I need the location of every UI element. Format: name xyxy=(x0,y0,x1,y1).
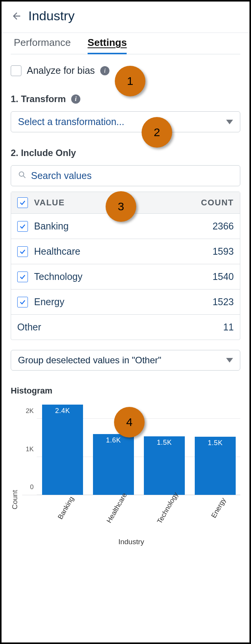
chart-bar-label: 1.6K xyxy=(106,436,121,444)
ytick: 0 xyxy=(22,483,34,491)
chart-bar: 2.4K xyxy=(42,405,83,495)
chart-bar: 1.6K xyxy=(93,434,134,495)
row-value: Healthcare xyxy=(34,246,212,257)
transform-title: 1. Transform xyxy=(11,94,66,104)
row-checkbox[interactable] xyxy=(17,246,28,257)
header: Industry xyxy=(11,2,240,33)
page-title: Industry xyxy=(28,8,75,23)
row-value: Other xyxy=(17,322,223,333)
row-value: Technology xyxy=(34,271,212,282)
transform-select[interactable]: Select a transformation... xyxy=(11,111,240,132)
row-count: 1540 xyxy=(212,271,234,282)
row-count: 1523 xyxy=(212,296,234,307)
row-checkbox[interactable] xyxy=(17,221,28,232)
tab-performance[interactable]: Performance xyxy=(14,33,71,54)
table-row: Technology 1540 xyxy=(11,264,240,289)
annotation-marker: 3 xyxy=(106,191,136,222)
svg-point-0 xyxy=(19,172,24,176)
tabs: Performance Settings xyxy=(11,33,240,54)
annotation-marker: 1 xyxy=(115,66,145,96)
ytick: 1K xyxy=(22,446,34,453)
tab-settings[interactable]: Settings xyxy=(88,33,127,54)
row-value: Energy xyxy=(34,296,212,307)
row-count: 1593 xyxy=(212,246,234,257)
row-value: Banking xyxy=(34,221,212,232)
annotation-marker: 2 xyxy=(142,117,172,148)
table-row: Healthcare 1593 xyxy=(11,239,240,264)
back-arrow-icon[interactable] xyxy=(11,11,21,21)
select-all-checkbox[interactable] xyxy=(17,197,28,208)
chevron-down-icon xyxy=(226,358,233,363)
col-count: COUNT xyxy=(201,198,234,208)
search-values-box[interactable] xyxy=(11,165,240,186)
analyze-bias-checkbox[interactable] xyxy=(11,65,21,76)
chart-bar-label: 1.5K xyxy=(208,439,223,447)
include-only-section: 2. Include Only VALUE COUNT Banking 2366… xyxy=(11,148,240,371)
row-count: 11 xyxy=(223,322,234,333)
search-input[interactable] xyxy=(31,170,233,181)
transform-section: 1. Transform i Select a transformation..… xyxy=(11,94,240,132)
info-icon[interactable]: i xyxy=(100,66,109,75)
histogram-title: Histogram xyxy=(11,386,240,396)
group-select-label: Group deselected values in "Other" xyxy=(18,355,161,366)
transform-select-placeholder: Select a transformation... xyxy=(18,116,124,127)
annotation-marker: 4 xyxy=(114,407,145,437)
row-checkbox[interactable] xyxy=(17,272,28,282)
group-deselected-select[interactable]: Group deselected values in "Other" xyxy=(11,350,240,371)
info-icon[interactable]: i xyxy=(71,94,80,104)
table-row: Energy 1523 xyxy=(11,289,240,315)
row-count: 2366 xyxy=(212,221,234,232)
chart-bar-label: 2.4K xyxy=(55,407,70,415)
ytick: 2K xyxy=(22,407,34,415)
chart-xlabel: Industry xyxy=(22,538,240,546)
row-checkbox[interactable] xyxy=(17,297,28,307)
table-row-other: Other 11 xyxy=(11,315,240,340)
chart-bar: 1.5K xyxy=(144,436,185,495)
include-title: 2. Include Only xyxy=(11,148,76,158)
chart-ylabel: Count xyxy=(11,403,19,546)
search-icon xyxy=(18,170,26,181)
chart-bar-label: 1.5K xyxy=(157,439,172,447)
analyze-bias-label: Analyze for bias xyxy=(27,65,95,76)
svg-line-1 xyxy=(23,176,26,178)
chart-bar: 1.5K xyxy=(195,437,236,495)
chevron-down-icon xyxy=(226,120,233,124)
